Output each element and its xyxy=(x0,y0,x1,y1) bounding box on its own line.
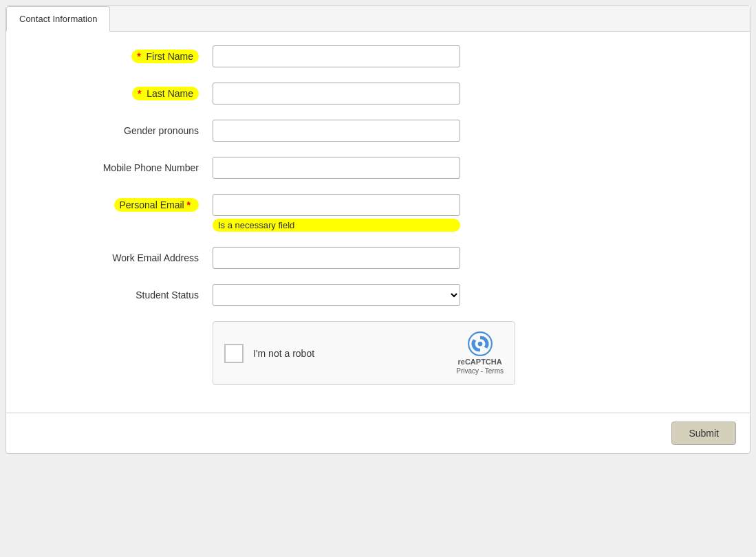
personal-email-label-highlighted: Personal Email * xyxy=(114,198,199,212)
bottom-bar: Submit xyxy=(6,413,750,453)
last-name-label-text: Last Name xyxy=(147,88,193,99)
student-status-label: Student Status xyxy=(34,290,213,301)
last-name-label-highlighted: * Last Name xyxy=(132,87,199,100)
recaptcha-separator: - xyxy=(479,367,485,375)
gender-pronouns-label: Gender pronouns xyxy=(34,125,213,136)
recaptcha-links: Privacy - Terms xyxy=(456,367,504,375)
recaptcha-label: I'm not a robot xyxy=(253,348,314,359)
student-status-row: Student Status xyxy=(34,284,722,306)
personal-email-error: Is a necessary field xyxy=(213,219,460,232)
work-email-label-text: Work Email Address xyxy=(112,252,199,263)
recaptcha-left: I'm not a robot xyxy=(224,344,314,363)
recaptcha-privacy-link[interactable]: Privacy xyxy=(456,367,479,375)
personal-email-label: Personal Email * xyxy=(34,194,213,212)
first-name-row: * First Name xyxy=(34,45,722,67)
tab-contact-information[interactable]: Contact Information xyxy=(6,6,110,32)
personal-email-label-text: Personal Email xyxy=(120,199,184,210)
gender-pronouns-input[interactable] xyxy=(213,120,460,142)
first-name-label-text: First Name xyxy=(147,51,193,62)
page-container: Contact Information * First Name * Last … xyxy=(6,6,750,454)
first-name-required-star: * xyxy=(137,51,140,62)
mobile-phone-label-text: Mobile Phone Number xyxy=(103,162,199,173)
personal-email-field-group: Is a necessary field xyxy=(213,194,460,232)
last-name-row: * Last Name xyxy=(34,83,722,105)
recaptcha-brand-label: reCAPTCHA xyxy=(458,358,502,366)
submit-button[interactable]: Submit xyxy=(671,422,736,445)
recaptcha-logo-icon xyxy=(468,331,493,356)
personal-email-input[interactable] xyxy=(213,194,460,216)
gender-pronouns-label-text: Gender pronouns xyxy=(124,125,199,136)
last-name-required-star: * xyxy=(138,88,141,99)
mobile-phone-row: Mobile Phone Number xyxy=(34,157,722,179)
mobile-phone-input[interactable] xyxy=(213,157,460,179)
personal-email-required-star: * xyxy=(187,199,191,210)
student-status-label-text: Student Status xyxy=(136,290,199,301)
form-area: * First Name * Last Name Gender pronouns xyxy=(6,32,750,413)
work-email-row: Work Email Address xyxy=(34,247,722,269)
first-name-label-highlighted: * First Name xyxy=(131,50,199,63)
recaptcha-checkbox[interactable] xyxy=(224,344,244,363)
first-name-input[interactable] xyxy=(213,45,460,67)
recaptcha-container: I'm not a robot reCAPTCHA Privacy - Term… xyxy=(213,321,515,385)
student-status-select[interactable] xyxy=(213,284,460,306)
recaptcha-right: reCAPTCHA Privacy - Terms xyxy=(456,331,504,375)
tab-bar: Contact Information xyxy=(6,6,750,32)
last-name-label: * Last Name xyxy=(34,87,213,100)
gender-pronouns-row: Gender pronouns xyxy=(34,120,722,142)
mobile-phone-label: Mobile Phone Number xyxy=(34,162,213,173)
recaptcha-terms-link[interactable]: Terms xyxy=(485,367,504,375)
personal-email-row: Personal Email * Is a necessary field xyxy=(34,194,722,232)
last-name-input[interactable] xyxy=(213,83,460,105)
recaptcha-row: I'm not a robot reCAPTCHA Privacy - Term… xyxy=(213,321,722,385)
work-email-input[interactable] xyxy=(213,247,460,269)
first-name-label: * First Name xyxy=(34,50,213,63)
work-email-label: Work Email Address xyxy=(34,252,213,263)
svg-point-1 xyxy=(477,342,482,347)
